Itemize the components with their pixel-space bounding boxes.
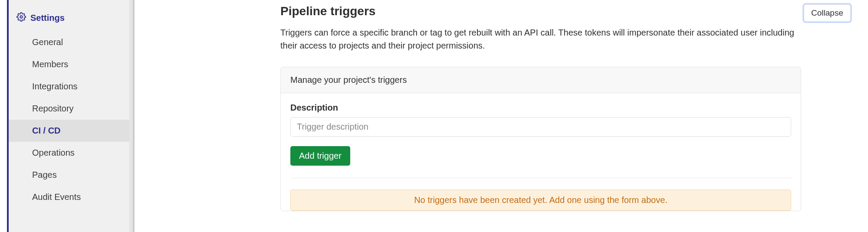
sidebar-header[interactable]: Settings	[9, 8, 129, 31]
section-header: Pipeline triggers Triggers can force a s…	[280, 4, 851, 67]
sidebar-item-label: Members	[32, 59, 68, 69]
section-description: Triggers can force a specific branch or …	[280, 26, 801, 52]
sidebar-item-general[interactable]: General	[9, 31, 129, 53]
collapse-button[interactable]: Collapse	[804, 4, 851, 22]
sidebar-item-integrations[interactable]: Integrations	[9, 75, 129, 98]
sidebar-item-label: CI / CD	[32, 126, 61, 135]
triggers-panel: Manage your project's triggers Descripti…	[280, 67, 801, 211]
sidebar-item-operations[interactable]: Operations	[9, 142, 129, 164]
main-content: Pipeline triggers Triggers can force a s…	[133, 0, 868, 232]
sidebar-item-ci-cd[interactable]: CI / CD	[9, 120, 129, 142]
sidebar-item-label: General	[32, 37, 63, 47]
sidebar-item-members[interactable]: Members	[9, 53, 129, 75]
sidebar-item-pages[interactable]: Pages	[9, 164, 129, 186]
sidebar-item-label: Pages	[32, 170, 57, 180]
section-title: Pipeline triggers	[280, 4, 801, 18]
gear-icon	[16, 12, 26, 23]
panel-body: Description Add trigger No triggers have…	[281, 93, 801, 211]
sidebar-header-label: Settings	[30, 13, 65, 23]
description-label: Description	[290, 103, 791, 113]
add-trigger-button[interactable]: Add trigger	[290, 146, 350, 166]
description-input[interactable]	[290, 117, 791, 137]
sidebar-item-label: Integrations	[32, 82, 78, 91]
sidebar-item-repository[interactable]: Repository	[9, 98, 129, 120]
panel-header: Manage your project's triggers	[281, 67, 801, 93]
svg-point-0	[20, 16, 23, 18]
sidebar-spacer	[0, 0, 7, 232]
sidebar-item-audit-events[interactable]: Audit Events	[9, 186, 129, 208]
empty-state-alert: No triggers have been created yet. Add o…	[290, 190, 791, 211]
sidebar: Settings General Members Integrations Re…	[7, 0, 133, 232]
divider	[290, 178, 791, 178]
sidebar-item-label: Audit Events	[32, 192, 81, 202]
sidebar-item-label: Operations	[32, 148, 75, 157]
sidebar-item-label: Repository	[32, 104, 74, 113]
